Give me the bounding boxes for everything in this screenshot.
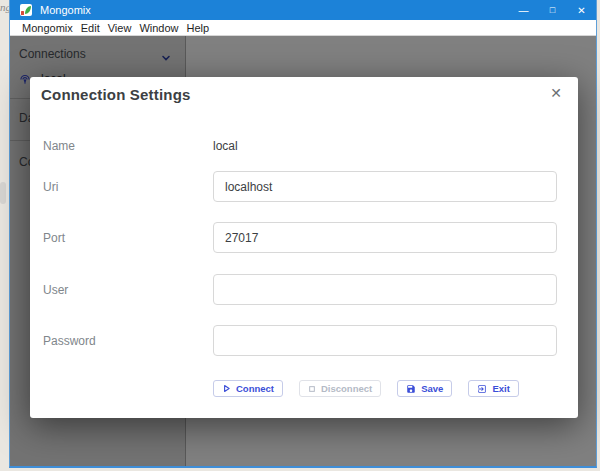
password-input[interactable] (213, 325, 557, 356)
user-input[interactable] (213, 274, 557, 305)
close-icon[interactable]: ✕ (550, 85, 562, 101)
play-icon (222, 384, 231, 393)
connect-button-label: Connect (236, 383, 274, 394)
desktop-artifact-chip (0, 182, 6, 204)
dialog-title: Connection Settings (41, 86, 191, 103)
exit-button-label: Exit (492, 383, 509, 394)
exit-button[interactable]: Exit (468, 380, 518, 397)
maximize-button[interactable]: □ (538, 0, 567, 20)
name-value: local (213, 139, 238, 153)
uri-input[interactable] (213, 171, 557, 202)
user-label: User (43, 283, 68, 297)
screen: ng Mongomix — □ ✕ Mongomix Edit View Win… (0, 0, 600, 471)
save-button-label: Save (421, 383, 443, 394)
window-controls: — □ ✕ (509, 0, 596, 20)
uri-label: Uri (43, 180, 58, 194)
close-window-button[interactable]: ✕ (567, 0, 596, 20)
port-input[interactable] (213, 222, 557, 253)
stop-icon (308, 385, 316, 393)
menu-mongomix[interactable]: Mongomix (18, 22, 77, 34)
exit-icon (477, 384, 487, 394)
menu-edit[interactable]: Edit (77, 22, 104, 34)
minimize-button[interactable]: — (509, 0, 538, 20)
connection-settings-dialog: Connection Settings ✕ Name local Uri Por… (30, 77, 578, 418)
port-label: Port (43, 231, 65, 245)
disconnect-button-label: Disconnect (321, 383, 372, 394)
name-label: Name (43, 139, 75, 153)
menu-view[interactable]: View (104, 22, 136, 34)
title-bar: Mongomix — □ ✕ (10, 0, 596, 20)
save-icon (406, 384, 416, 394)
save-button[interactable]: Save (397, 380, 452, 397)
window-title: Mongomix (40, 4, 509, 16)
disconnect-button[interactable]: Disconnect (299, 380, 381, 397)
menu-bar: Mongomix Edit View Window Help (10, 20, 596, 36)
menu-help[interactable]: Help (183, 22, 214, 34)
desktop-artifact: ng (0, 1, 9, 13)
dialog-button-row: Connect Disconnect Save Exit (213, 380, 519, 397)
app-logo-icon (20, 4, 32, 16)
password-label: Password (43, 334, 96, 348)
menu-window[interactable]: Window (135, 22, 182, 34)
connect-button[interactable]: Connect (213, 380, 283, 397)
